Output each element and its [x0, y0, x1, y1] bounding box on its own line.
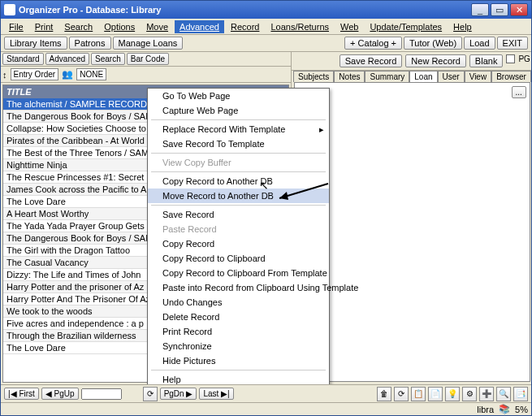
menu-item[interactable]: Help [148, 372, 329, 384]
menu-print[interactable]: Print [30, 20, 58, 33]
tutor-web-button[interactable]: Tutor (Web) [404, 37, 462, 50]
nav-pgup[interactable]: ◀ PgUp [41, 388, 79, 400]
sort-icon[interactable]: ↕ [2, 70, 7, 80]
subtab-standard[interactable]: Standard [2, 53, 44, 65]
status-db: libra [477, 405, 494, 414]
tab-summary[interactable]: Summary [365, 71, 409, 82]
minimize-button[interactable]: _ [471, 3, 489, 16]
tool-icon-7[interactable]: ➕ [479, 387, 494, 401]
window-title: Organizer Pro - Database: Library [19, 5, 471, 15]
sort-order[interactable]: Entry Order [11, 68, 59, 80]
tab-library-items[interactable]: Library Items [4, 37, 67, 50]
menu-move[interactable]: Move [141, 20, 173, 33]
menu-item[interactable]: Copy Record to Clipboard From Template [148, 266, 329, 280]
tool-icon-2[interactable]: ⟳ [394, 387, 409, 401]
tool-icon-5[interactable]: 💡 [445, 387, 460, 401]
status-pct: 5% [515, 405, 528, 414]
menu-help[interactable]: Help [448, 20, 477, 33]
catalog-button[interactable]: + Catalog + [344, 37, 402, 50]
menu-item[interactable]: Move Record to Another DB [148, 188, 329, 203]
app-window: Organizer Pro - Database: Library _ ▭ ✕ … [0, 0, 532, 416]
subtab-barcode[interactable]: Bar Code [127, 53, 169, 65]
maximize-button[interactable]: ▭ [491, 3, 508, 16]
nav-last[interactable]: Last ▶| [199, 388, 233, 400]
menu-item[interactable]: Copy Record [148, 236, 329, 251]
app-icon [4, 4, 15, 15]
tool-icon-4[interactable]: 📄 [428, 387, 443, 401]
menu-item[interactable]: Capture Web Page [148, 103, 329, 118]
menu-record[interactable]: Record [226, 20, 264, 33]
blank-button[interactable]: Blank [469, 54, 504, 67]
menu-item[interactable]: Save Record To Template [148, 136, 329, 151]
filter-icon[interactable]: 👥 [62, 69, 73, 80]
tool-icon-1[interactable]: 🗑 [377, 387, 391, 401]
exit-button[interactable]: EXIT [497, 37, 528, 50]
close-button[interactable]: ✕ [510, 3, 528, 16]
nav-first[interactable]: |◀ First [4, 388, 39, 400]
tool-icon-3[interactable]: 📋 [411, 387, 426, 401]
tool-icon-9[interactable]: 📑 [513, 387, 528, 401]
nav-page-input[interactable] [81, 388, 122, 400]
nav-bar: |◀ First ◀ PgUp ⟳ PgDn ▶ Last ▶| 🗑 ⟳ 📋 📄… [1, 384, 531, 402]
tab-browser[interactable]: Browser [491, 71, 531, 82]
ellipsis-button[interactable]: ... [512, 86, 526, 98]
detail-tabs: Subjects Notes Summary Loan User View Br… [292, 71, 531, 82]
menu-item[interactable]: Print Record [148, 324, 329, 339]
menu-item[interactable]: Replace Record With Template▸ [148, 122, 329, 136]
tab-subjects[interactable]: Subjects [293, 71, 334, 82]
book-icon: 📚 [499, 404, 510, 414]
menu-loans-returns[interactable]: Loans/Returns [266, 20, 334, 33]
menu-update-templates[interactable]: Update/Templates [365, 20, 447, 33]
tab-loan[interactable]: Loan [409, 71, 437, 82]
tool-icon-8[interactable]: 🔍 [496, 387, 511, 401]
menubar: File Print Search Options Move Advanced … [1, 19, 531, 35]
menu-file[interactable]: File [4, 20, 28, 33]
tool-icon-6[interactable]: ⚙ [462, 387, 477, 401]
tab-patrons[interactable]: Patrons [69, 37, 111, 50]
advanced-context-menu: Go To Web PageCapture Web PageReplace Re… [147, 88, 330, 384]
menu-item[interactable]: Copy Record to Clipboard [148, 251, 329, 266]
toolbar-primary: Library Items Patrons Manage Loans + Cat… [1, 35, 531, 52]
pg-checkbox[interactable] [506, 54, 515, 63]
menu-item[interactable]: Save Record [148, 207, 329, 222]
subtab-search[interactable]: Search [91, 53, 125, 65]
menu-item[interactable]: Hide Pictures [148, 353, 329, 368]
menu-search[interactable]: Search [59, 20, 97, 33]
menu-item: View Copy Buffer [148, 155, 329, 170]
menu-advanced[interactable]: Advanced [175, 20, 224, 33]
menu-item[interactable]: Copy Record to Another DB [148, 174, 329, 188]
titlebar: Organizer Pro - Database: Library _ ▭ ✕ [1, 1, 531, 19]
menu-item[interactable]: Undo Changes [148, 295, 329, 310]
menu-item: Paste Record [148, 222, 329, 236]
filter-value[interactable]: NONE [76, 68, 106, 80]
status-bar: libra 📚 5% [1, 402, 531, 415]
menu-web[interactable]: Web [335, 20, 363, 33]
pg-label: PG [518, 54, 530, 67]
load-button[interactable]: Load [464, 37, 495, 50]
refresh-icon[interactable]: ⟳ [143, 387, 158, 401]
nav-pgdn[interactable]: PgDn ▶ [160, 388, 197, 400]
menu-item[interactable]: Paste into Record from Clipboard Using T… [148, 280, 329, 295]
tab-user[interactable]: User [438, 71, 465, 82]
menu-options[interactable]: Options [99, 20, 140, 33]
save-record-button[interactable]: Save Record [340, 54, 403, 67]
menu-item[interactable]: Synchronize [148, 339, 329, 353]
tab-view[interactable]: View [465, 71, 492, 82]
subtab-advanced[interactable]: Advanced [45, 53, 89, 65]
tab-manage-loans[interactable]: Manage Loans [113, 37, 184, 50]
menu-item[interactable]: Delete Record [148, 310, 329, 324]
menu-item[interactable]: Go To Web Page [148, 89, 329, 103]
new-record-button[interactable]: New Record [405, 54, 466, 67]
tab-notes[interactable]: Notes [334, 71, 365, 82]
